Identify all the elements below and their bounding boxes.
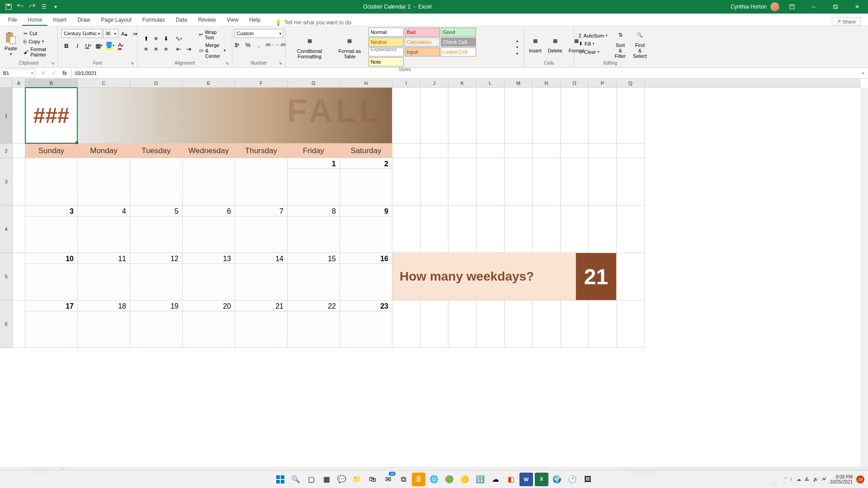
date-1[interactable]: 1 xyxy=(288,158,340,169)
style-input[interactable]: Input xyxy=(405,47,440,56)
cancel-formula-icon[interactable]: ✕ xyxy=(38,68,48,78)
day-header-wednesday[interactable]: Wednesday xyxy=(183,144,235,158)
cell-J3[interactable] xyxy=(420,158,448,206)
col-header-F[interactable]: F xyxy=(235,79,288,87)
day-header-monday[interactable]: Monday xyxy=(78,144,130,158)
day-header-sunday[interactable]: Sunday xyxy=(25,144,78,158)
cell-N2[interactable] xyxy=(533,144,561,158)
styles-more-icon[interactable]: ▾ xyxy=(512,50,522,56)
fall-banner-image[interactable]: FALL xyxy=(78,88,392,144)
cell-M3[interactable] xyxy=(505,158,533,206)
style-neutral[interactable]: Neutral xyxy=(368,38,404,47)
align-top-icon[interactable]: ⬆ xyxy=(141,34,151,44)
decrease-indent-icon[interactable]: ⇤ xyxy=(174,44,184,54)
tab-page-layout[interactable]: Page Layout xyxy=(95,15,137,26)
increase-decimal-icon[interactable]: .00→ xyxy=(265,40,275,50)
start-icon[interactable] xyxy=(274,473,287,486)
cell-A2[interactable] xyxy=(13,144,25,158)
date-18[interactable]: 18 xyxy=(78,300,130,311)
tab-file[interactable]: File xyxy=(3,15,22,26)
cell-O2[interactable] xyxy=(561,144,589,158)
cell-K2[interactable] xyxy=(448,144,476,158)
tab-formulas[interactable]: Formulas xyxy=(137,15,170,26)
excel-icon[interactable]: X xyxy=(535,473,548,486)
style-note[interactable]: Note xyxy=(368,57,404,66)
store-icon[interactable]: 🛍 xyxy=(366,473,379,486)
insert-button[interactable]: ▦Insert xyxy=(526,33,544,54)
cell-O6[interactable] xyxy=(561,300,589,348)
row-header-3[interactable]: 3 xyxy=(0,158,13,206)
date-2[interactable]: 2 xyxy=(340,158,392,169)
close-icon[interactable]: ✕ xyxy=(848,0,866,14)
decrease-decimal-icon[interactable]: ←.00 xyxy=(276,40,286,50)
cell-K4[interactable] xyxy=(448,206,476,253)
font-dialog-icon[interactable]: ⬊ xyxy=(131,61,134,66)
paste-button[interactable]: Paste▾ xyxy=(2,31,20,57)
day-header-thursday[interactable]: Thursday xyxy=(235,144,288,158)
cell-A4[interactable] xyxy=(13,206,25,253)
calculator-icon[interactable]: 🔢 xyxy=(473,473,487,486)
day-header-tuesday[interactable]: Tuesday xyxy=(130,144,183,158)
increase-indent-icon[interactable]: ⇥ xyxy=(184,44,193,54)
col-header-N[interactable]: N xyxy=(533,79,561,87)
style-normal[interactable]: Normal xyxy=(368,28,404,37)
cell-A5[interactable] xyxy=(13,253,25,300)
date-3[interactable]: 3 xyxy=(25,206,78,216)
file-explorer-icon[interactable]: 📁 xyxy=(350,473,364,486)
cell-K6[interactable] xyxy=(448,300,476,348)
autosum-button[interactable]: ΣAutoSum▾ xyxy=(576,32,610,39)
cell-J4[interactable] xyxy=(420,206,448,253)
cell-C3[interactable] xyxy=(78,158,130,206)
col-header-I[interactable]: I xyxy=(392,79,420,87)
sort-filter-button[interactable]: ⇅Sort & Filter xyxy=(611,28,629,60)
cell-A6[interactable] xyxy=(13,300,25,348)
cell-K3[interactable] xyxy=(448,158,476,206)
office-icon[interactable]: ◧ xyxy=(504,473,518,486)
tab-review[interactable]: Review xyxy=(193,15,221,26)
tab-home[interactable]: Home xyxy=(22,15,47,26)
cell-N6[interactable] xyxy=(533,300,561,348)
cell-P4[interactable] xyxy=(589,206,617,253)
col-header-G[interactable]: G xyxy=(288,79,340,87)
tray-chevron-icon[interactable]: ˄ xyxy=(784,477,787,482)
date-21[interactable]: 21 xyxy=(235,300,288,311)
clipboard-dialog-icon[interactable]: ⬊ xyxy=(51,61,55,66)
date-16[interactable]: 16 xyxy=(340,253,392,264)
cell-N4[interactable] xyxy=(533,206,561,253)
cell-b1-hash[interactable]: ### xyxy=(25,88,78,144)
tab-insert[interactable]: Insert xyxy=(47,15,72,26)
currency-icon[interactable]: $▾ xyxy=(232,40,242,50)
format-as-table-button[interactable]: ▦Format as Table xyxy=(333,34,366,60)
cell-M1[interactable] xyxy=(505,88,533,144)
cell-A1[interactable] xyxy=(13,88,25,144)
cell-O4[interactable] xyxy=(561,206,589,253)
number-dialog-icon[interactable]: ⬊ xyxy=(279,61,283,66)
app-icon-3[interactable]: 🌍 xyxy=(550,473,564,486)
tab-draw[interactable]: Draw xyxy=(72,15,95,26)
col-header-B[interactable]: B xyxy=(25,79,78,87)
date-17[interactable]: 17 xyxy=(25,300,78,311)
row-header-6[interactable]: 6 xyxy=(0,300,13,348)
align-middle-icon[interactable]: ≡ xyxy=(151,34,161,44)
clear-button[interactable]: ◇Clear▾ xyxy=(576,48,610,56)
weekday-question[interactable]: How many weekdays? xyxy=(392,253,576,300)
task-view-icon[interactable]: ▢ xyxy=(304,473,318,486)
chrome-icon[interactable]: 🌐 xyxy=(427,473,441,486)
find-select-button[interactable]: 🔍Find & Select xyxy=(630,28,650,60)
cell-styles-gallery[interactable]: NormalBadGoodNeutralCalculationCheck Cel… xyxy=(368,27,510,67)
conditional-formatting-button[interactable]: ▦Conditional Formatting xyxy=(288,34,331,60)
qat-customize-icon[interactable]: ▾ xyxy=(51,2,61,12)
align-bottom-icon[interactable]: ⬇ xyxy=(161,34,171,44)
date-12[interactable]: 12 xyxy=(130,253,183,264)
date-8[interactable]: 8 xyxy=(288,206,340,216)
col-header-D[interactable]: D xyxy=(130,79,183,87)
cell-A3[interactable] xyxy=(13,158,25,206)
merge-center-button[interactable]: ▭Merge & Center▾ xyxy=(196,42,228,60)
dropbox-icon[interactable]: ⧉ xyxy=(396,473,410,486)
tab-view[interactable]: View xyxy=(222,15,244,26)
style-calculation[interactable]: Calculation xyxy=(405,38,440,47)
date-5[interactable]: 5 xyxy=(130,206,183,216)
cell-L1[interactable] xyxy=(476,88,505,144)
widgets-icon[interactable]: ▦ xyxy=(320,473,333,486)
clock-icon[interactable]: 🕐 xyxy=(566,473,579,486)
